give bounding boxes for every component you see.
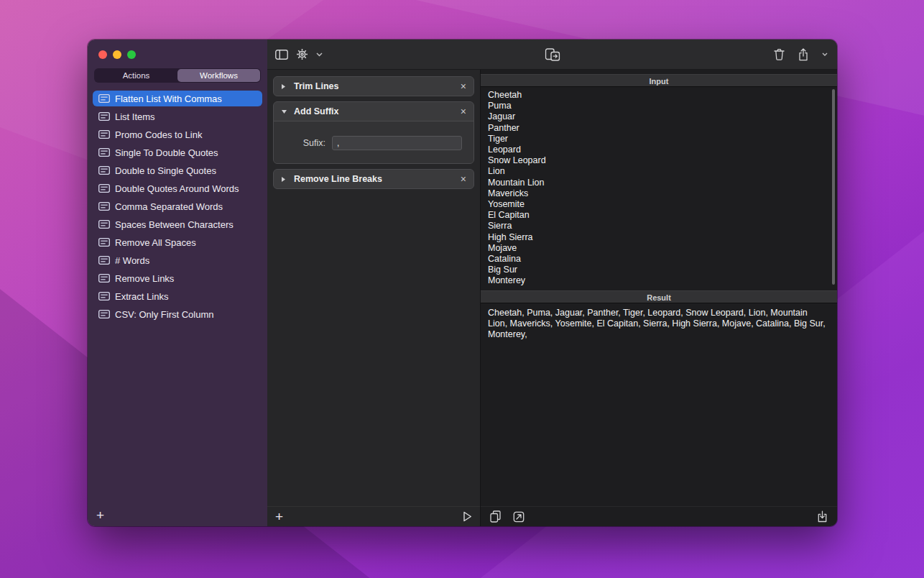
workflow-card-icon [98,238,110,247]
input-line: Big Sur [488,265,826,275]
input-area[interactable]: Cheetah Puma Jaguar Panther Tiger Leopar… [481,87,837,290]
io-bottom-bar [481,506,837,526]
sidebar-tab[interactable]: Workflows [177,69,260,82]
workflow-list-item[interactable]: Flatten List With Commas [93,91,262,106]
workflow-card-icon [98,202,110,211]
share-icon[interactable] [798,48,808,61]
add-workflow-button[interactable]: + [96,508,104,522]
input-scrollbar[interactable] [832,89,835,285]
workflow-item-label: # Words [115,255,149,266]
sidebar-tabs: Actions Workflows [94,68,261,83]
step-title: Add Suffix [294,106,454,116]
toggle-sidebar-button[interactable] [275,50,288,60]
workflow-list-item[interactable]: Single To Double Quotes [93,144,262,160]
workflow-list-item[interactable]: # Words [93,252,262,268]
share-menu-chevron-icon[interactable] [822,52,828,56]
workflow-list-item[interactable]: Remove Links [93,270,262,286]
workflow-item-label: Remove All Spaces [115,237,196,248]
suffix-field[interactable] [332,136,462,150]
workflow-card-icon [98,292,110,301]
step-header: Add Suffix × [274,102,473,121]
disclosure-expanded-icon[interactable] [281,109,287,114]
add-step-button[interactable]: + [275,510,283,523]
result-header: Result [481,290,837,303]
workflow-list-item[interactable]: Comma Separated Words [93,198,262,214]
use-result-as-input-icon[interactable] [513,511,525,523]
remove-step-icon[interactable]: × [461,174,466,184]
workflow-list-item[interactable]: Extract Links [93,288,262,304]
input-line: El Capitan [488,210,826,221]
input-line: Catalina [488,254,826,265]
copy-result-icon[interactable] [490,510,501,523]
close-window-button[interactable] [98,50,107,59]
workflow-card-icon [98,256,110,265]
disclosure-collapsed-icon[interactable] [281,83,287,90]
workflow-card-icon [98,94,110,103]
workflow-item-label: Comma Separated Words [115,201,223,212]
save-result-icon[interactable] [817,510,828,523]
input-line: Sierra [488,221,826,231]
input-line: Mountain Lion [488,178,826,188]
toolbar [267,40,837,70]
workflow-card-icon [98,274,110,283]
input-line: Yosemite [488,199,826,210]
toolbar-center [545,47,560,61]
input-line: Lion [488,166,826,177]
steps-panel: Trim Lines × Add Suffix × Sufix: [267,70,481,526]
workflow-item-label: Remove Links [115,273,174,284]
step-card-add-suffix[interactable]: Add Suffix × Sufix: [273,101,474,164]
trash-icon[interactable] [774,48,785,60]
step-card-remove-line-breaks[interactable]: Remove Line Breaks × [273,169,474,189]
input-lines: Cheetah Puma Jaguar Panther Tiger Leopar… [488,90,826,287]
content: Trim Lines × Add Suffix × Sufix: [267,70,837,526]
workflow-card-icon [98,130,110,139]
sidebar-tab[interactable]: Actions [95,69,177,82]
input-line: Panther [488,123,826,134]
workflow-item-label: Double Quotes Around Words [115,183,239,194]
sidebar: Actions Workflows Flatten List With Comm… [88,40,267,526]
minimize-window-button[interactable] [113,50,121,59]
workflow-list-item[interactable]: Promo Codes to Link [93,127,262,142]
remove-step-icon[interactable]: × [461,106,466,116]
workflow-list-item[interactable]: Double Quotes Around Words [93,180,262,196]
workflow-list-item[interactable]: Spaces Between Characters [93,216,262,232]
remove-step-icon[interactable]: × [461,81,466,91]
input-header: Input [481,74,837,87]
input-line: Mavericks [488,188,826,199]
run-workflow-icon[interactable] [463,511,472,522]
step-card-trim-lines[interactable]: Trim Lines × [273,76,474,96]
step-title: Trim Lines [294,81,454,91]
workflow-list-item[interactable]: Remove All Spaces [93,234,262,250]
paste-and-run-icon[interactable] [545,47,560,61]
step-title: Remove Line Breaks [294,174,454,184]
input-line: Cheetah [488,90,826,101]
workflow-item-label: Double to Single Quotes [115,165,216,176]
app-window: Actions Workflows Flatten List With Comm… [88,40,837,526]
toolbar-left [267,48,323,60]
gear-menu-chevron-icon[interactable] [316,52,323,57]
workflow-list-item[interactable]: List Items [93,109,262,124]
workflow-list-item[interactable]: CSV: Only First Column [93,306,262,322]
workflow-list-item[interactable]: Double to Single Quotes [93,162,262,178]
main-area: Trim Lines × Add Suffix × Sufix: [267,40,837,526]
input-line: Snow Leopard [488,155,826,166]
input-line: Leopard [488,144,826,155]
workflow-item-label: Spaces Between Characters [115,219,234,230]
zoom-window-button[interactable] [127,50,136,59]
step-header: Trim Lines × [274,77,473,96]
workflow-card-icon [98,166,110,175]
input-line: Jaguar [488,111,826,122]
workflow-item-label: List Items [115,111,155,122]
disclosure-collapsed-icon[interactable] [281,176,287,183]
step-header: Remove Line Breaks × [274,170,473,188]
io-panel: Input Cheetah Puma Jaguar Panther [481,70,837,526]
result-area[interactable]: Cheetah, Puma, Jaguar, Panther, Tiger, L… [481,303,837,506]
input-line: High Sierra [488,232,826,243]
workflow-list: Flatten List With Commas List Items [88,91,267,322]
gear-icon[interactable] [296,48,308,60]
input-line: Puma [488,101,826,111]
result-text: Cheetah, Puma, Jaguar, Panther, Tiger, L… [488,308,826,339]
input-line: Tiger [488,134,826,144]
input-line: Mojave [488,243,826,254]
workflow-item-label: Flatten List With Commas [115,93,222,104]
